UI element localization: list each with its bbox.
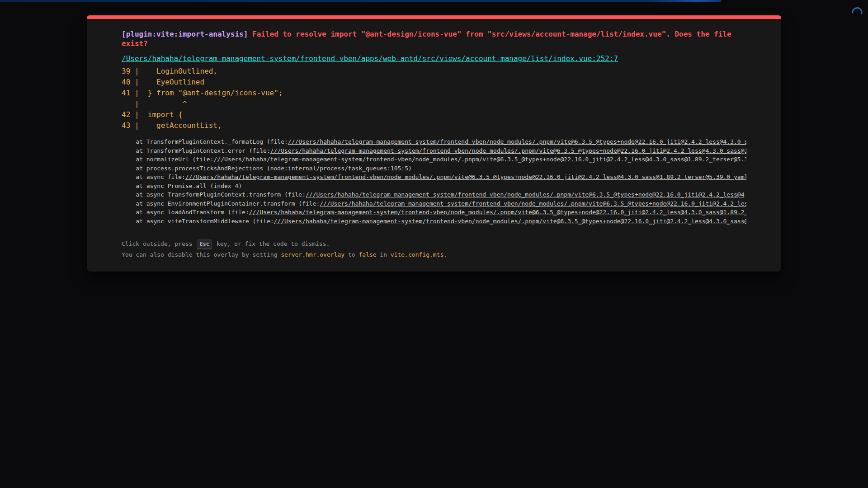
stack-line: at normalizeUrl (file:///Users/hahaha/te… [122,155,746,164]
stack-line: at async loadAndTransform (file:///Users… [122,208,746,217]
stack-file-link[interactable]: ///Users/hahaha/telegram-management-syst… [288,138,746,145]
stack-file-link[interactable]: /process/task_queues:105:5 [316,165,408,172]
tip-text: to [344,251,359,258]
stack-text: at TransformPluginContext.error (file: [122,147,270,154]
tip-text: . [443,251,447,258]
stack-text: at async loadAndTransform (file: [122,209,249,216]
stack-file-link[interactable]: ///Users/hahaha/telegram-management-syst… [320,200,746,207]
stack-file-link[interactable]: ///Users/hahaha/telegram-management-syst… [214,156,747,163]
error-overlay-backdrop[interactable]: [plugin:vite:import-analysis] Failed to … [0,0,868,488]
config-code-token: false [359,251,376,258]
error-file-row: /Users/hahaha/telegram-management-system… [122,54,746,64]
stack-line: at TransformPluginContext._formatLog (fi… [122,137,746,146]
tip-config-line: You can also disable this overlay by set… [122,249,746,260]
stack-file-link[interactable]: ///Users/hahaha/telegram-management-syst… [274,218,746,225]
stack-text: at process.processTicksAndRejections (no… [122,165,316,172]
config-code-token: server.hmr.overlay [281,251,344,258]
stack-text: at async file: [122,174,185,180]
vite-error-overlay-window: [plugin:vite:import-analysis] Failed to … [87,15,781,272]
error-message: [plugin:vite:import-analysis] Failed to … [122,30,746,49]
stack-file-link[interactable]: ///Users/hahaha/telegram-management-syst… [270,147,746,154]
stack-trace: at TransformPluginContext._formatLog (fi… [122,137,746,225]
stack-text: at normalizeUrl (file: [122,156,214,163]
stack-file-link[interactable]: ///Users/hahaha/telegram-management-syst… [185,174,746,180]
stack-file-link[interactable]: ///Users/hahaha/telegram-management-syst… [249,209,746,216]
tip-text: in [377,251,391,258]
stack-line: at async Promise.all (index 4) [122,182,746,191]
tip-text: key, or fix the code to dismiss. [213,240,330,247]
stack-line: at async TransformPluginContext.transfor… [122,190,746,199]
stack-line: at async file:///Users/hahaha/telegram-m… [122,173,746,182]
tip-text: Click outside, press [122,240,196,247]
stack-line: at async EnvironmentPluginContainer.tran… [122,199,746,208]
stack-text: at async TransformPluginContext.transfor… [122,191,306,198]
dismiss-tip: Click outside, press Esc key, or fix the… [122,232,746,260]
stack-text: at async Promise.all (index 4) [122,183,242,189]
tip-dismiss-line: Click outside, press Esc key, or fix the… [122,239,746,249]
tip-text: You can also disable this overlay by set… [122,251,281,258]
error-file-link[interactable]: /Users/hahaha/telegram-management-system… [122,54,618,63]
plugin-tag: [plugin:vite:import-analysis] [122,30,248,38]
stack-text: at TransformPluginContext._formatLog (fi… [122,138,288,145]
stack-line: at async viteTransformMiddleware (file:/… [122,217,746,226]
stack-line: at TransformPluginContext.error (file://… [122,146,746,155]
esc-key-chip: Esc [197,239,212,249]
stack-text: at async EnvironmentPluginContainer.tran… [122,200,320,207]
stack-line: at process.processTicksAndRejections (no… [122,164,746,173]
stack-text: at async viteTransformMiddleware (file: [122,218,274,225]
stack-file-link[interactable]: ///Users/hahaha/telegram-management-syst… [306,191,745,198]
code-frame: 39 | LoginOutlined, 40 | EyeOutlined 41 … [122,66,746,131]
config-code-token: vite.config.mts [391,251,443,258]
stack-text: ) [408,165,412,172]
